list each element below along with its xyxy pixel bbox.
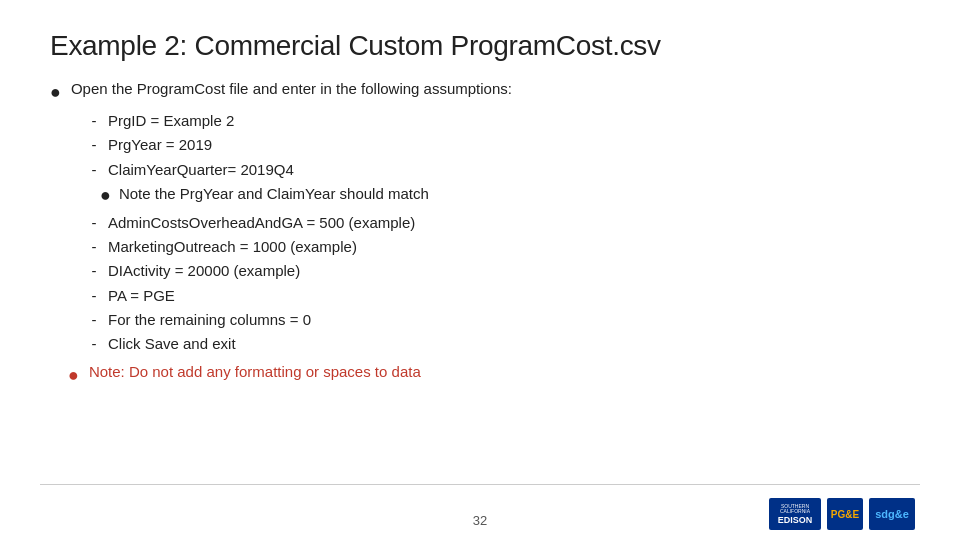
dash-5: - — [88, 235, 100, 258]
bullet-1-dot: ● — [50, 80, 61, 105]
sub-item-7: - PA = PGE — [88, 284, 910, 307]
dash-3: - — [88, 158, 100, 181]
dash-6: - — [88, 259, 100, 282]
sub-item-6: - DIActivity = 20000 (example) — [88, 259, 910, 282]
dash-8: - — [88, 308, 100, 331]
sdge-logo: sdg&e — [869, 498, 915, 530]
dash-7: - — [88, 284, 100, 307]
sub-item-4-text: AdminCostsOverheadAndGA = 500 (example) — [108, 211, 415, 234]
pge-logo-text: PG&E — [831, 509, 859, 520]
footer-divider — [40, 484, 920, 485]
sub-item-4: - AdminCostsOverheadAndGA = 500 (example… — [88, 211, 910, 234]
note-bullet-dot: ● — [68, 363, 79, 388]
dash-4: - — [88, 211, 100, 234]
sub-item-9-text: Click Save and exit — [108, 332, 236, 355]
bullet-1-text: Open the ProgramCost file and enter in t… — [71, 80, 512, 97]
sub-item-2-text: PrgYear = 2019 — [108, 133, 212, 156]
sub-bullet-text: Note the PrgYear and ClaimYear should ma… — [119, 182, 429, 205]
sub-item-2: - PrgYear = 2019 — [88, 133, 910, 156]
sub-bullet-dot: ● — [100, 182, 111, 210]
sub-item-3: - ClaimYearQuarter= 2019Q4 — [88, 158, 910, 181]
sce-logo-main: EDISON — [778, 515, 813, 525]
sub-item-7-text: PA = PGE — [108, 284, 175, 307]
logos-area: SOUTHERN CALIFORNIA EDISON PG&E sdg&e — [769, 498, 915, 530]
slide-title: Example 2: Commercial Custom ProgramCost… — [50, 30, 910, 62]
sdge-logo-main: sdg&e — [875, 508, 909, 520]
dash-2: - — [88, 133, 100, 156]
sub-item-8-text: For the remaining columns = 0 — [108, 308, 311, 331]
sub-bullet-note: ● Note the PrgYear and ClaimYear should … — [100, 182, 910, 210]
sub-item-5-text: MarketingOutreach = 1000 (example) — [108, 235, 357, 258]
bullet-1: ● Open the ProgramCost file and enter in… — [50, 80, 910, 105]
content-area: ● Open the ProgramCost file and enter in… — [50, 80, 910, 520]
sce-logo: SOUTHERN CALIFORNIA EDISON — [769, 498, 821, 530]
page-number: 32 — [473, 513, 487, 528]
sub-item-1-text: PrgID = Example 2 — [108, 109, 234, 132]
sub-item-1: - PrgID = Example 2 — [88, 109, 910, 132]
dash-9: - — [88, 332, 100, 355]
note-text: Note: Do not add any formatting or space… — [89, 363, 421, 380]
slide: Example 2: Commercial Custom ProgramCost… — [0, 0, 960, 540]
sub-item-5: - MarketingOutreach = 1000 (example) — [88, 235, 910, 258]
pge-logo: PG&E — [827, 498, 863, 530]
sub-item-3-text: ClaimYearQuarter= 2019Q4 — [108, 158, 294, 181]
sub-item-8: - For the remaining columns = 0 — [88, 308, 910, 331]
sce-logo-top: SOUTHERN CALIFORNIA — [771, 504, 819, 515]
sub-item-6-text: DIActivity = 20000 (example) — [108, 259, 300, 282]
dash-1: - — [88, 109, 100, 132]
note-bullet: ● Note: Do not add any formatting or spa… — [68, 363, 910, 388]
sub-list: - PrgID = Example 2 - PrgYear = 2019 - C… — [88, 109, 910, 355]
sub-item-9: - Click Save and exit — [88, 332, 910, 355]
